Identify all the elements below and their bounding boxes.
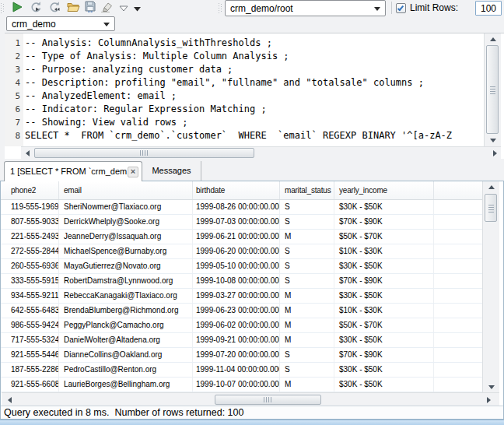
results-hscrollbar[interactable] xyxy=(2,392,499,406)
code-text: -- Analysis: ColumnAnalysis_withThreshol… xyxy=(25,37,272,48)
more-actions-button[interactable] xyxy=(131,1,143,15)
cell-email: DerrickWhelply@Sooke.org xyxy=(59,215,193,229)
toolbar-separator xyxy=(391,2,392,14)
column-header[interactable]: marital_status xyxy=(280,181,334,199)
limit-rows-label: Limit Rows: xyxy=(410,2,458,13)
execute-all-statements-button[interactable] xyxy=(47,1,62,15)
execute-current-statement-button[interactable] xyxy=(28,1,44,15)
cell-marital-status: S xyxy=(280,363,334,377)
code-text: SELECT * FROM `crm_demo`.`customer` WHER… xyxy=(25,130,452,141)
scroll-up-icon[interactable] xyxy=(487,33,499,45)
editor-hscroll-thumb[interactable] xyxy=(34,148,254,158)
scroll-down-icon[interactable] xyxy=(487,135,499,146)
limit-rows-checkbox[interactable] xyxy=(396,3,406,13)
cell-birthdate: 1999-07-20 00:00:00.000 xyxy=(193,348,280,362)
code-line: 6-- Indicator: Regular Expression Matchi… xyxy=(5,103,482,116)
table-row[interactable]: 221-555-2493 JeanneDerry@Issaquah.org 19… xyxy=(1,230,482,244)
cell-marital-status: S xyxy=(280,200,334,214)
table-row[interactable]: 119-555-1969 SheriNowmer@Tlaxiaco.org 19… xyxy=(1,200,482,215)
cell-filler xyxy=(434,274,482,288)
editor-hscrollbar[interactable] xyxy=(21,146,501,159)
cell-birthdate: 1999-06-02 00:00:00.000 xyxy=(193,318,280,332)
scroll-left-icon[interactable] xyxy=(3,394,16,406)
clear-editor-button[interactable] xyxy=(99,1,114,15)
results-panel: phone2 email birthdate marital_status ye… xyxy=(0,181,504,420)
cell-email: MayaGutierrez@Novato.org xyxy=(59,259,193,273)
save-file-button[interactable] xyxy=(82,1,98,15)
cell-filler xyxy=(434,348,482,362)
column-header[interactable]: email xyxy=(59,181,193,199)
sql-editor[interactable]: 1-- Analysis: ColumnAnalysis_withThresho… xyxy=(5,33,504,159)
cell-yearly-income: $10K - $30K xyxy=(334,244,434,258)
results-vscroll-thumb[interactable] xyxy=(485,194,497,222)
cell-marital-status: M xyxy=(280,230,334,244)
cell-marital-status: M xyxy=(280,289,334,303)
cell-phone2: 717-555-5324 xyxy=(1,333,59,347)
results-vscrollbar[interactable] xyxy=(482,181,499,393)
tab-result-set[interactable]: 1 [SELECT * FROM `crm_dem...] × xyxy=(4,161,142,181)
column-header[interactable]: phone2 xyxy=(1,181,59,199)
table-row[interactable]: 807-555-9033 DerrickWhelply@Sooke.org 19… xyxy=(1,215,482,230)
cell-birthdate: 1999-09-21 00:00:00.000 xyxy=(193,333,280,347)
cell-birthdate: 1999-10-08 00:00:00.000 xyxy=(193,274,280,288)
cell-birthdate: 1999-05-10 00:00:00.000 xyxy=(193,259,280,273)
line-number: 7 xyxy=(5,116,20,129)
column-header[interactable]: birthdate xyxy=(193,181,280,199)
scroll-right-icon[interactable] xyxy=(488,147,501,159)
results-hscroll-thumb[interactable] xyxy=(215,395,321,405)
close-icon[interactable]: × xyxy=(128,167,138,177)
table-row[interactable]: 187-555-2286 PedroCastillo@Renton.org 19… xyxy=(1,363,482,378)
table-row[interactable]: 717-555-5324 DanielWolter@Altadena.org 1… xyxy=(1,333,482,348)
refresh-rewind-icon xyxy=(48,1,61,16)
column-header[interactable]: yearly_income xyxy=(334,181,434,199)
connection-combo[interactable]: crm_demo/root xyxy=(225,0,386,16)
run-query-button[interactable] xyxy=(9,1,25,15)
code-text: -- AnalyzedElement: email ; xyxy=(25,90,177,101)
play-icon xyxy=(12,2,23,15)
cell-filler xyxy=(434,259,482,273)
dropdown-outline-icon xyxy=(119,2,128,14)
cell-email: BrendaBlumberg@Richmond.org xyxy=(59,304,193,318)
table-row[interactable]: 921-555-6608 LaurieBorges@Bellingham.org… xyxy=(1,378,482,392)
toolbar-grip[interactable] xyxy=(1,2,4,13)
cell-birthdate: 1999-07-03 00:00:00.000 xyxy=(193,215,280,229)
editor-vscroll-thumb[interactable] xyxy=(486,45,499,134)
table-row[interactable]: 642-555-6483 BrendaBlumberg@Richmond.org… xyxy=(1,304,482,318)
cell-filler xyxy=(434,215,482,229)
cell-phone2: 272-555-2844 xyxy=(1,244,59,258)
open-file-button[interactable] xyxy=(65,1,81,15)
code-text: -- Type of Analysis: Multiple Column Ana… xyxy=(25,51,289,61)
tab-messages[interactable]: Messages xyxy=(142,161,201,181)
table-row[interactable]: 921-555-5446 DianneCollins@Oakland.org 1… xyxy=(1,348,482,363)
chevron-down-icon xyxy=(374,7,380,11)
toolbar-grip-2[interactable] xyxy=(219,2,222,13)
table-row[interactable]: 260-555-6936 MayaGutierrez@Novato.org 19… xyxy=(1,259,482,274)
app-window: crm_demo/root Limit Rows: crm_demo 1-- A… xyxy=(0,0,504,425)
cell-marital-status: M xyxy=(280,333,334,347)
open-folder-icon xyxy=(67,2,80,15)
more-actions-outline-button[interactable] xyxy=(117,1,130,15)
code-line: 4-- Description: profiling "email", "ful… xyxy=(5,76,482,90)
cell-birthdate: 1999-06-21 00:00:00.000 xyxy=(193,230,280,244)
main-toolbar: crm_demo/root Limit Rows: xyxy=(0,0,504,16)
table-row[interactable]: 272-555-2844 MichaelSpence@Burnaby.org 1… xyxy=(1,244,482,259)
scroll-left-icon[interactable] xyxy=(21,147,33,159)
scroll-up-icon[interactable] xyxy=(485,181,498,193)
table-row[interactable]: 934-555-9211 RebeccaKanagaki@Tlaxiaco.or… xyxy=(1,289,482,304)
database-combo[interactable]: crm_demo xyxy=(6,16,115,31)
editor-vscrollbar[interactable] xyxy=(484,33,501,146)
connection-combo-value: crm_demo/root xyxy=(230,3,293,14)
line-number: 1 xyxy=(5,37,20,50)
limit-rows-input[interactable] xyxy=(475,1,502,16)
cell-marital-status: S xyxy=(280,244,334,258)
code-text: -- Purpose: analyzing customer data ; xyxy=(25,64,233,75)
cell-email: JeanneDerry@Issaquah.org xyxy=(59,230,193,244)
cell-phone2: 642-555-6483 xyxy=(1,304,59,318)
table-row[interactable]: 986-555-9424 PeggyPlanck@Camacho.org 199… xyxy=(1,318,482,333)
cell-yearly-income: $30K - $50K xyxy=(334,378,434,392)
cell-filler xyxy=(434,200,482,214)
dropdown-icon xyxy=(134,2,141,14)
scroll-down-icon[interactable] xyxy=(485,381,498,393)
scroll-right-icon[interactable] xyxy=(482,394,495,406)
table-row[interactable]: 333-555-5915 RobertDamstra@Lynnwood.org … xyxy=(1,274,482,289)
